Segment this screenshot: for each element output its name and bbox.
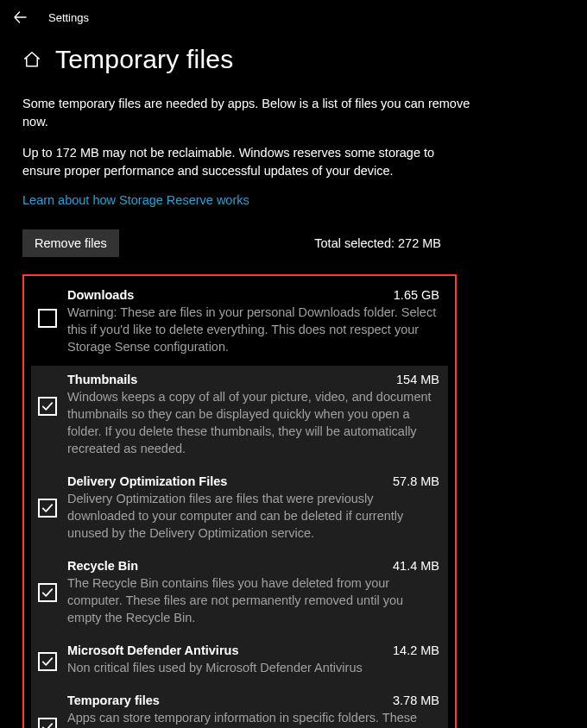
category-description: Delivery Optimization files are files th… xyxy=(67,490,439,542)
category-body: Delivery Optimization Files57.8 MBDelive… xyxy=(67,474,439,542)
category-checkbox[interactable] xyxy=(38,397,57,416)
category-size: 57.8 MB xyxy=(393,474,439,488)
category-description: Warning: These are files in your persona… xyxy=(67,304,439,355)
category-description: Apps can store temporary information in … xyxy=(67,709,439,728)
total-selected-label: Total selected: 272 MB xyxy=(314,236,441,250)
category-head: Temporary files3.78 MB xyxy=(67,693,439,707)
back-arrow-icon[interactable] xyxy=(12,9,28,25)
category-checkbox[interactable] xyxy=(38,309,57,328)
category-row[interactable]: Microsoft Defender Antivirus14.2 MBNon c… xyxy=(31,637,448,687)
category-head: Delivery Optimization Files57.8 MB xyxy=(67,474,439,488)
category-body: Temporary files3.78 MBApps can store tem… xyxy=(67,693,439,728)
category-row[interactable]: Recycle Bin41.4 MBThe Recycle Bin contai… xyxy=(31,552,448,637)
category-title: Temporary files xyxy=(67,693,160,707)
category-size: 41.4 MB xyxy=(393,559,439,573)
page-header: Temporary files xyxy=(22,45,565,74)
category-title: Microsoft Defender Antivirus xyxy=(67,643,238,657)
intro-text-2: Up to 172 MB may not be reclaimable. Win… xyxy=(22,144,471,179)
category-row[interactable]: Thumbnails154 MBWindows keeps a copy of … xyxy=(31,366,448,468)
titlebar: Settings xyxy=(0,0,587,35)
category-checkbox[interactable] xyxy=(38,583,57,602)
category-size: 3.78 MB xyxy=(393,693,439,707)
category-title: Delivery Optimization Files xyxy=(67,474,227,488)
category-description: Non critical files used by Microsoft Def… xyxy=(67,659,439,676)
category-size: 14.2 MB xyxy=(393,643,439,657)
category-body: Microsoft Defender Antivirus14.2 MBNon c… xyxy=(67,643,439,676)
category-list: Downloads1.65 GBWarning: These are files… xyxy=(22,274,457,728)
category-title: Thumbnails xyxy=(67,373,137,386)
category-checkbox[interactable] xyxy=(38,499,57,518)
page-title: Temporary files xyxy=(55,45,233,74)
category-row[interactable]: Downloads1.65 GBWarning: These are files… xyxy=(31,281,448,366)
category-body: Thumbnails154 MBWindows keeps a copy of … xyxy=(67,373,439,457)
home-icon[interactable] xyxy=(22,50,41,69)
category-title: Downloads xyxy=(67,288,134,302)
titlebar-label: Settings xyxy=(48,11,89,24)
category-size: 154 MB xyxy=(396,373,439,386)
category-row[interactable]: Temporary files3.78 MBApps can store tem… xyxy=(31,687,448,728)
learn-storage-reserve-link[interactable]: Learn about how Storage Reserve works xyxy=(22,193,249,207)
category-checkbox[interactable] xyxy=(38,718,57,728)
category-description: The Recycle Bin contains files you have … xyxy=(67,574,439,626)
category-head: Microsoft Defender Antivirus14.2 MB xyxy=(67,643,439,657)
category-description: Windows keeps a copy of all of your pict… xyxy=(67,388,439,457)
category-head: Downloads1.65 GB xyxy=(67,288,439,302)
remove-files-button[interactable]: Remove files xyxy=(22,229,119,257)
category-body: Downloads1.65 GBWarning: These are files… xyxy=(67,288,439,355)
category-title: Recycle Bin xyxy=(67,559,138,573)
category-row[interactable]: Delivery Optimization Files57.8 MBDelive… xyxy=(31,468,448,552)
category-head: Recycle Bin41.4 MB xyxy=(67,559,439,573)
category-head: Thumbnails154 MB xyxy=(67,373,439,386)
intro-text-1: Some temporary files are needed by apps.… xyxy=(22,95,471,130)
category-checkbox[interactable] xyxy=(38,652,57,671)
category-body: Recycle Bin41.4 MBThe Recycle Bin contai… xyxy=(67,559,439,626)
category-size: 1.65 GB xyxy=(394,288,439,302)
